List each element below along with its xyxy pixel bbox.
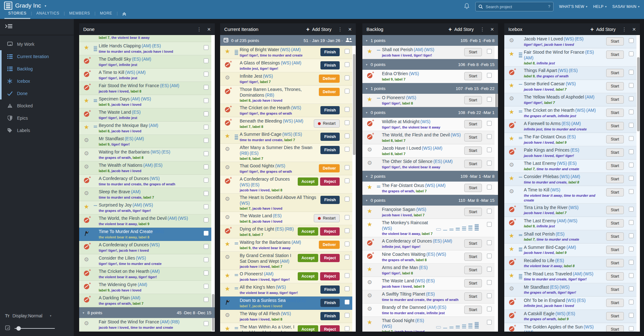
- start-button[interactable]: Start: [464, 147, 482, 155]
- story-checkbox[interactable]: [629, 300, 634, 304]
- story-label[interactable]: time to murder and create,: [524, 180, 568, 184]
- story-label[interactable]: tiger! tiger!: [279, 291, 298, 295]
- story-label[interactable]: label 8,: [240, 233, 252, 237]
- story-label[interactable]: jacob have i loved: [252, 219, 282, 223]
- story-checkbox[interactable]: [487, 254, 492, 258]
- story-row[interactable]: ⚙After Many a Summer Dies the Swan (RB) …: [220, 144, 352, 162]
- story-label[interactable]: infinite jest: [119, 63, 137, 67]
- story-label[interactable]: tiger! tiger!,: [524, 101, 544, 105]
- add-story-button[interactable]: +Add Story: [448, 27, 474, 32]
- story-checkbox[interactable]: [487, 134, 492, 139]
- story-label[interactable]: label 8,: [382, 139, 395, 142]
- story-label[interactable]: the grapes of wrath,: [99, 156, 133, 159]
- story-label[interactable]: the violent bear it away,: [240, 291, 279, 295]
- panel-close-icon[interactable]: ×: [207, 26, 211, 32]
- story-label[interactable]: the grapes of wrath: [426, 298, 458, 302]
- story-checkbox[interactable]: [345, 107, 349, 112]
- restart-button[interactable]: Restart: [314, 214, 340, 222]
- story-checkbox[interactable]: [487, 209, 492, 213]
- story-label[interactable]: jacob have i loved: [111, 103, 141, 106]
- story-label[interactable]: label 7: [395, 139, 405, 142]
- chevron-down-icon[interactable]: ▾: [366, 175, 367, 178]
- story-label[interactable]: time to murder and create,: [99, 50, 143, 53]
- estimate-option-2[interactable]: [449, 327, 454, 328]
- story-label[interactable]: label 9: [556, 251, 566, 255]
- start-button[interactable]: Start: [606, 246, 624, 254]
- start-button[interactable]: Start: [606, 162, 624, 170]
- story-row[interactable]: ⚙Consider the Lilies (WS)tiger! tiger!, …: [79, 254, 211, 267]
- story-checkbox[interactable]: [487, 73, 492, 78]
- panel-close-icon[interactable]: ×: [348, 26, 352, 32]
- story-row[interactable]: Dying of the Light (ES) (RB)label 8, lab…: [220, 225, 352, 238]
- story-label[interactable]: label 8: [402, 101, 413, 105]
- story-row[interactable]: label 7, the violent bear it away: [79, 35, 211, 42]
- story-checkbox[interactable]: [487, 222, 492, 227]
- sidebar-item-backlog[interactable]: Backlog: [0, 63, 74, 75]
- story-row[interactable]: ⚙The Waste Land (WS) (ES)jacob have i lo…: [362, 277, 495, 290]
- story-label[interactable]: jacob have i loved: [252, 99, 282, 102]
- story-row[interactable]: ⚙Sleep the Brave (AM)time to murder and …: [79, 188, 211, 201]
- story-checkbox[interactable]: [487, 121, 492, 126]
- story-checkbox[interactable]: [345, 242, 349, 246]
- start-button[interactable]: Start: [464, 208, 482, 216]
- story-label[interactable]: the grapes of wrath,: [382, 189, 416, 193]
- story-label[interactable]: infinite jest: [426, 311, 445, 315]
- story-label[interactable]: the violent bear it away: [111, 36, 149, 39]
- story-checkbox[interactable]: [629, 38, 634, 43]
- finish-button[interactable]: Finish: [320, 61, 340, 69]
- accept-button[interactable]: Accept: [298, 227, 319, 236]
- story-label[interactable]: jacob have i loved,: [240, 317, 272, 321]
- story-label[interactable]: label 7: [414, 213, 424, 217]
- iteration-group-header[interactable]: ▾1 points107 ·Feb 15 -Feb 22: [362, 83, 498, 94]
- story-label[interactable]: label 8: [252, 125, 263, 129]
- story-label[interactable]: tiger! tiger!: [260, 67, 278, 70]
- chevron-down-icon[interactable]: ▾: [366, 87, 367, 90]
- story-row[interactable]: A Confederacy of Dunces (WS) (ES)jacob h…: [220, 175, 352, 194]
- estimate-option-2[interactable]: [449, 229, 454, 231]
- story-label[interactable]: infinite jest: [119, 76, 137, 80]
- story-label[interactable]: the grapes of wrath,: [99, 209, 133, 213]
- chevron-down-icon[interactable]: ▾: [83, 311, 84, 315]
- story-label[interactable]: label 7: [143, 195, 154, 199]
- story-row[interactable]: Down to a Sunless Sea (AM) (ES)label 7, …: [220, 297, 352, 310]
- sidebar-item-blocked[interactable]: Blocked: [0, 99, 74, 112]
- sidebar-item-labels[interactable]: Labels: [0, 124, 74, 136]
- finish-button[interactable]: Finish: [320, 133, 340, 141]
- help-menu[interactable]: HELP▾: [593, 4, 607, 9]
- story-checkbox[interactable]: [629, 207, 634, 212]
- start-button[interactable]: Start: [606, 82, 624, 90]
- story-label[interactable]: time to murder and create,: [524, 277, 568, 281]
- story-label[interactable]: label 8: [133, 156, 143, 159]
- story-checkbox[interactable]: [487, 320, 492, 325]
- estimate-option-0[interactable]: [436, 326, 441, 328]
- story-checkbox[interactable]: [629, 313, 634, 318]
- story-row[interactable]: Pale Kings and Princes (ES)jacob have i …: [504, 146, 636, 159]
- story-row[interactable]: ★Surprised by Joy (AM) (WS)the grapes of…: [79, 201, 211, 214]
- story-row[interactable]: Those Barren Leaves, Thrones, Domination…: [220, 86, 352, 104]
- story-row[interactable]: The Waste Land (ES)tiger! tiger!, infini…: [79, 108, 211, 122]
- story-label[interactable]: the violent bear it away: [252, 246, 290, 250]
- story-row[interactable]: ⚙Brandy of the Damned (AM) (ES)time to m…: [362, 303, 495, 317]
- story-row[interactable]: ⚙Infinite Jest (WS)tiger! tiger!, label …: [220, 72, 352, 86]
- story-row[interactable]: ★A Summer Bird-Cage (AM)jacob have i lov…: [504, 243, 636, 257]
- sidebar-item-icebox[interactable]: Icebox: [0, 75, 74, 87]
- story-row[interactable]: A Confederacy of Dunces (ES) (AM)infinit…: [362, 237, 495, 250]
- story-label[interactable]: time to murder and create: [119, 262, 161, 266]
- search-input[interactable]: [485, 4, 546, 9]
- estimate-option-1[interactable]: [443, 328, 447, 328]
- story-row[interactable]: The Cricket on the Hearth (AM)the violen…: [79, 267, 211, 281]
- story-label[interactable]: the violent bear it away: [402, 165, 440, 169]
- story-row[interactable]: ★Specimen Days (AM) (WS)label 9, jacob h…: [79, 95, 211, 108]
- story-label[interactable]: label 9,: [99, 142, 111, 146]
- story-checkbox[interactable]: [204, 244, 208, 249]
- story-label[interactable]: infinite jest,: [524, 127, 544, 131]
- story-label[interactable]: tiger! tiger!: [272, 278, 290, 281]
- story-row[interactable]: Things Fall Apart (WS) (ES)label 9, the …: [504, 67, 636, 80]
- story-label[interactable]: jacob have i loved,: [99, 89, 131, 93]
- reject-button[interactable]: Reject: [320, 325, 340, 332]
- start-button[interactable]: Start: [464, 279, 482, 287]
- story-checkbox[interactable]: [629, 51, 634, 56]
- story-checkbox[interactable]: [629, 233, 634, 238]
- story-checkbox[interactable]: [204, 178, 208, 183]
- panel-menu-kebab-icon[interactable]: ⋮: [338, 27, 342, 32]
